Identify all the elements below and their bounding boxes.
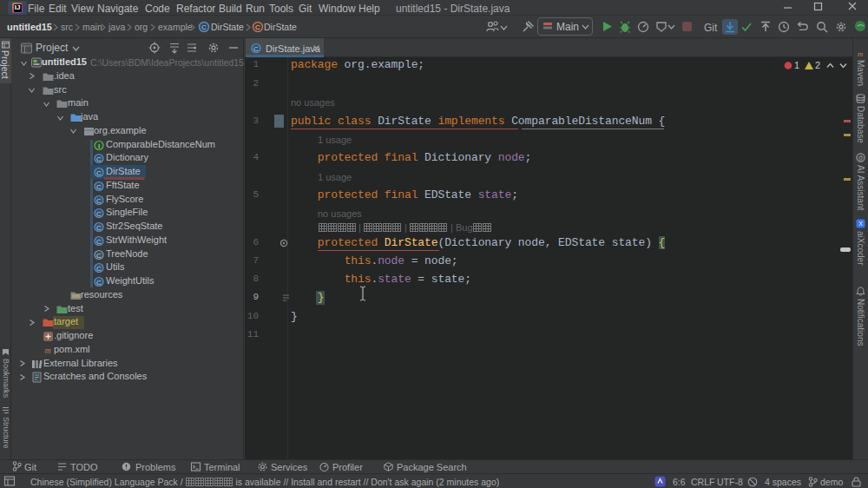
svg-text:C: C	[96, 182, 102, 190]
svg-text:C: C	[96, 251, 102, 259]
svg-text:@: @	[858, 155, 864, 161]
svg-text:C: C	[96, 196, 102, 204]
svg-text:I: I	[98, 142, 100, 149]
svg-text:C: C	[201, 23, 207, 31]
svg-text:C: C	[96, 279, 102, 287]
svg-text:m: m	[858, 49, 864, 58]
svg-text:C: C	[96, 224, 102, 232]
svg-text:C: C	[96, 169, 102, 177]
svg-text:C: C	[255, 23, 260, 31]
svg-text:C: C	[253, 45, 259, 53]
svg-text:C: C	[96, 155, 102, 163]
svg-text:X: X	[858, 221, 863, 227]
svg-text:m: m	[44, 346, 50, 355]
svg-text:C: C	[96, 237, 102, 245]
svg-text:C: C	[96, 265, 102, 273]
svg-text:C: C	[96, 210, 102, 218]
